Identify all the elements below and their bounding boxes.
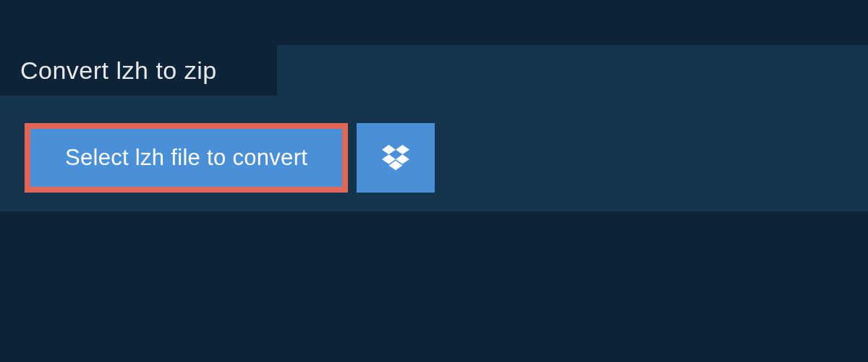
upload-button-row: Select lzh file to convert — [25, 123, 435, 193]
dropbox-icon — [382, 145, 409, 171]
page-title-tab: Convert lzh to zip — [0, 45, 277, 96]
page-title: Convert lzh to zip — [20, 56, 217, 85]
select-file-button[interactable]: Select lzh file to convert — [25, 123, 348, 193]
dropbox-button[interactable] — [357, 123, 435, 193]
